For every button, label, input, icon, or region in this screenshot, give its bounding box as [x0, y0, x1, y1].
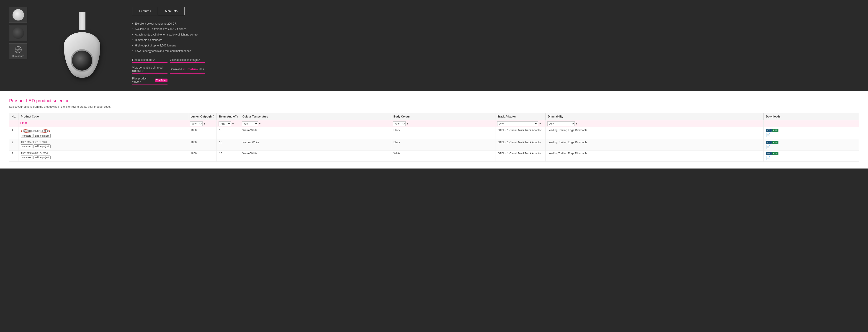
col-header-dimmability: Dimmability [545, 113, 764, 120]
row2-track-adaptor: G1DL - 1-Circuit Multi Track Adaptor [495, 139, 545, 151]
filter-label: Filter [20, 121, 27, 125]
row2-beam: 15 [217, 139, 240, 151]
filter-row: Filter Any ▼ Any ▼ Any [9, 120, 859, 127]
dimensions-label: Dimensions [12, 55, 24, 57]
row1-ldt-badge[interactable]: LDT [772, 129, 779, 132]
row3-compare-btn[interactable]: compare [21, 156, 33, 159]
thumbnail-white[interactable] [9, 7, 27, 23]
thumbnail-black[interactable] [9, 25, 27, 41]
features-tab[interactable]: Features [132, 7, 158, 15]
row2-pdf-icon[interactable]: 📄 [766, 145, 771, 149]
main-product-image [36, 5, 128, 87]
table-row: 1 T361815-BL/G1DL/930 compare add to pro… [9, 127, 859, 139]
row2-compare-btn[interactable]: compare [21, 144, 33, 148]
feature-item: Excellent colour rendering ≥90 CRI [132, 21, 205, 26]
find-distributor-link[interactable]: Find a distributor > [132, 58, 167, 63]
col-header-product-code: Product Code [19, 113, 188, 120]
row1-product-code-highlighted: T361815-BL/G1DL/930 [21, 129, 50, 133]
row1-beam: 15 [217, 127, 240, 139]
product-selector-title: Prospot LED product selector [9, 98, 859, 103]
col-header-body-colour: Body Colour [391, 113, 495, 120]
col-header-no: No. [9, 113, 19, 120]
row2-product-code-link[interactable]: T361815-BL/G1DL/940 [21, 141, 186, 143]
row2-no: 2 [9, 139, 19, 151]
row3-no: 3 [9, 151, 19, 162]
row1-add-to-project-btn[interactable]: add to project [33, 134, 51, 138]
illumabim-brand: illumabim [183, 67, 197, 71]
col-header-downloads: Downloads [764, 113, 859, 120]
row3-track-adaptor: G1DL - 1-Circuit Multi Track Adaptor [495, 151, 545, 162]
row3-add-to-project-btn[interactable]: add to project [33, 156, 51, 159]
row2-add-to-project-btn[interactable]: add to project [33, 144, 51, 148]
feature-item: High output of up to 3,500 lumens [132, 43, 205, 48]
col-header-beam: Beam Angle(°) [217, 113, 240, 120]
row2-colour-temp: Neutral White [240, 139, 391, 151]
features-list: Excellent colour rendering ≥90 CRI Avail… [132, 21, 205, 54]
col-header-colour-temp: Colour Temperature [240, 113, 391, 120]
row2-body-colour: Black [391, 139, 495, 151]
row1-lumen: 1800 [188, 127, 217, 139]
row3-beam: 15 [217, 151, 240, 162]
row2-ldt-badge[interactable]: LDT [772, 141, 779, 144]
colour-temp-filter-select[interactable]: Any [242, 121, 258, 126]
row2-product-code-cell: T361815-BL/G1DL/940 compare add to proje… [19, 139, 188, 151]
row3-colour-temp: Warm White [240, 151, 391, 162]
row3-pdf-icon[interactable]: 📄 [766, 156, 771, 160]
row1-colour-temp: Warm White [240, 127, 391, 139]
info-panel: Features More Info Excellent colour rend… [128, 5, 210, 87]
feature-item: Dimmable as standard [132, 37, 205, 43]
row1-track-adaptor: G1DL - 1-Circuit Multi Track Adaptor [495, 127, 545, 139]
body-colour-filter-select[interactable]: Any [393, 121, 406, 126]
row2-ies-badge[interactable]: IES [766, 141, 772, 144]
row1-no: 1 [9, 127, 19, 139]
row2-lumen: 1800 [188, 139, 217, 151]
table-row: 2 T361815-BL/G1DL/940 compare add to pro… [9, 139, 859, 151]
row1-compare-btn[interactable]: compare [21, 134, 33, 138]
view-compatible-dimmer-link[interactable]: View compatible dimmed dimmer > [132, 66, 167, 73]
table-row: 3 T361815-WH/G1DL/930 compare add to pro… [9, 151, 859, 162]
play-video-link[interactable]: Play product video > YouTube [132, 77, 167, 85]
row2-downloads: IES LDT 📄 [764, 139, 859, 151]
thumbnail-column: Dimensions [9, 5, 36, 87]
row1-body-colour: Black [391, 127, 495, 139]
lumen-filter-select[interactable]: Any [190, 121, 203, 126]
download-suffix: file > [199, 68, 205, 71]
row1-dimmability: Leading/Trailing Edge Dimmable [545, 127, 764, 139]
row2-dimmability: Leading/Trailing Edge Dimmable [545, 139, 764, 151]
download-illumabim-link[interactable]: Download illumabim file > [170, 66, 205, 73]
feature-item: Available in 2 different sizes and 2 fin… [132, 26, 205, 32]
row3-downloads: IES LDT 📄 [764, 151, 859, 162]
dimmability-filter-select[interactable]: Any [547, 121, 575, 126]
row3-product-code-cell: T361815-WH/G1DL/930 compare add to proje… [19, 151, 188, 162]
row1-ies-badge[interactable]: IES [766, 129, 772, 132]
row1-downloads: IES LDT 📄 [764, 127, 859, 139]
row3-product-code-link[interactable]: T361815-WH/G1DL/930 [21, 152, 186, 155]
more-info-tab[interactable]: More Info [158, 7, 185, 15]
col-header-lumen: Lumen Output(lm) [188, 113, 217, 120]
row1-pdf-icon[interactable]: 📄 [766, 133, 771, 137]
row3-dimmability: Leading/Trailing Edge Dimmable [545, 151, 764, 162]
view-application-link[interactable]: View application image > [170, 58, 205, 63]
row3-body-colour: White [391, 151, 495, 162]
beam-filter-select[interactable]: Any [219, 121, 231, 126]
track-adaptor-filter-select[interactable]: Any [497, 121, 538, 126]
tab-buttons: Features More Info [132, 7, 205, 15]
thumbnail-dimensions[interactable]: Dimensions [9, 43, 27, 59]
product-table: No. Product Code Lumen Output(lm) Beam A… [9, 113, 859, 162]
bottom-section: Prospot LED product selector Select your… [0, 91, 868, 168]
selector-description: Select your options from the dropdowns i… [9, 105, 859, 108]
row3-lumen: 1800 [188, 151, 217, 162]
play-video-label: Play product video > [132, 77, 154, 84]
row3-ies-badge[interactable]: IES [766, 152, 772, 155]
feature-item: Lower energy costs and reduced maintenan… [132, 48, 205, 54]
col-header-track-adaptor: Track Adaptor [495, 113, 545, 120]
download-prefix: Download [170, 68, 182, 71]
row3-ldt-badge[interactable]: LDT [772, 152, 779, 155]
links-grid: Find a distributor > View application im… [132, 58, 205, 85]
row1-product-code-cell: T361815-BL/G1DL/930 compare add to proje… [19, 127, 188, 139]
youtube-icon: YouTube [155, 78, 167, 82]
feature-item: Attachments available for a variety of l… [132, 32, 205, 37]
